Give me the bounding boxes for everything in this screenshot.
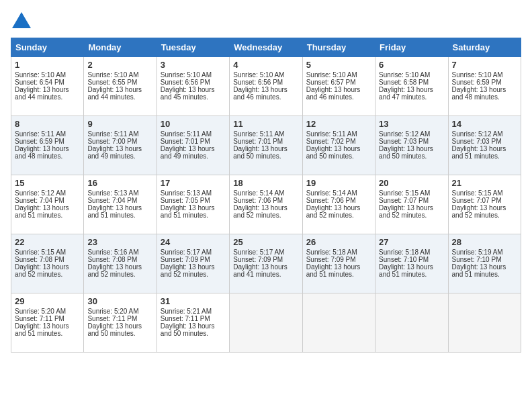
cell-line: Sunrise: 5:14 AM <box>306 189 371 197</box>
cell-line: Daylight: 13 hours <box>15 86 80 93</box>
calendar-cell: 11Sunrise: 5:11 AMSunset: 7:01 PMDayligh… <box>230 116 302 175</box>
cell-line: Sunset: 7:11 PM <box>161 315 226 322</box>
calendar-cell: 6Sunrise: 5:10 AMSunset: 6:58 PMDaylight… <box>375 57 448 116</box>
cell-line: Sunset: 7:06 PM <box>306 197 371 204</box>
cell-day-number: 24 <box>161 237 226 247</box>
calendar-cell: 1Sunrise: 5:10 AMSunset: 6:54 PMDaylight… <box>11 57 84 116</box>
cell-line: Daylight: 13 hours <box>379 86 444 93</box>
cell-line: Sunset: 7:09 PM <box>306 256 371 263</box>
cell-line: Sunrise: 5:10 AM <box>87 71 152 79</box>
cell-line: Daylight: 13 hours <box>87 322 152 330</box>
cell-line: Daylight: 13 hours <box>306 86 371 93</box>
cell-line: Sunrise: 5:13 AM <box>87 189 152 197</box>
cell-line: Sunrise: 5:15 AM <box>452 189 517 197</box>
cell-line: Sunset: 6:55 PM <box>87 79 152 86</box>
cell-line: Sunrise: 5:19 AM <box>452 248 517 256</box>
calendar-cell: 29Sunrise: 5:20 AMSunset: 7:11 PMDayligh… <box>11 293 84 353</box>
cell-line: Sunset: 7:10 PM <box>379 256 444 263</box>
cell-day-number: 26 <box>306 237 371 247</box>
cell-line: Sunset: 6:57 PM <box>306 79 371 86</box>
cell-line: and 52 minutes. <box>452 212 517 219</box>
calendar-week-row: 8Sunrise: 5:11 AMSunset: 6:59 PMDaylight… <box>11 116 521 175</box>
cell-line: Sunset: 7:02 PM <box>306 138 371 145</box>
cell-line: Sunset: 6:54 PM <box>15 79 80 86</box>
cell-line: and 51 minutes. <box>452 271 517 278</box>
cell-day-number: 14 <box>452 119 517 129</box>
cell-line: Sunset: 7:04 PM <box>15 197 80 204</box>
calendar-cell: 7Sunrise: 5:10 AMSunset: 6:59 PMDaylight… <box>448 57 521 116</box>
cell-line: and 44 minutes. <box>15 93 80 101</box>
cell-line: Sunrise: 5:21 AM <box>161 308 226 315</box>
calendar-cell <box>448 293 521 353</box>
calendar-day-header: Sunday <box>11 38 84 57</box>
calendar-cell: 24Sunrise: 5:17 AMSunset: 7:09 PMDayligh… <box>157 234 229 293</box>
calendar-day-header: Thursday <box>302 38 375 57</box>
cell-line: and 51 minutes. <box>15 330 80 337</box>
cell-line: Sunset: 7:01 PM <box>161 138 226 145</box>
cell-line: Sunset: 7:08 PM <box>15 256 80 263</box>
cell-day-number: 31 <box>161 296 226 306</box>
cell-day-number: 22 <box>15 237 80 247</box>
cell-line: Sunrise: 5:20 AM <box>87 308 152 315</box>
cell-line: Sunrise: 5:12 AM <box>379 130 444 138</box>
cell-line: Sunrise: 5:13 AM <box>161 189 226 197</box>
cell-day-number: 12 <box>306 119 371 129</box>
calendar-cell: 25Sunrise: 5:17 AMSunset: 7:09 PMDayligh… <box>230 234 302 293</box>
calendar-cell: 22Sunrise: 5:15 AMSunset: 7:08 PMDayligh… <box>11 234 84 293</box>
cell-line: Sunset: 7:06 PM <box>233 197 298 204</box>
cell-day-number: 4 <box>233 60 298 70</box>
cell-line: Daylight: 13 hours <box>161 204 226 212</box>
cell-day-number: 11 <box>233 119 298 129</box>
cell-line: Sunrise: 5:15 AM <box>379 189 444 197</box>
cell-line: Daylight: 13 hours <box>379 263 444 271</box>
cell-line: Sunrise: 5:10 AM <box>233 71 298 79</box>
cell-line: Sunrise: 5:10 AM <box>161 71 226 79</box>
cell-day-number: 29 <box>15 296 80 306</box>
cell-line: and 51 minutes. <box>452 152 517 160</box>
cell-day-number: 1 <box>15 60 80 70</box>
logo-icon <box>12 11 31 30</box>
calendar-cell: 28Sunrise: 5:19 AMSunset: 7:10 PMDayligh… <box>448 234 521 293</box>
logo <box>11 11 31 32</box>
calendar-cell: 23Sunrise: 5:16 AMSunset: 7:08 PMDayligh… <box>84 234 157 293</box>
cell-line: Sunset: 6:59 PM <box>452 79 517 86</box>
cell-line: and 51 minutes. <box>379 271 444 278</box>
cell-line: Sunset: 7:03 PM <box>452 138 517 145</box>
calendar-week-row: 1Sunrise: 5:10 AMSunset: 6:54 PMDaylight… <box>11 57 521 116</box>
calendar-cell: 27Sunrise: 5:18 AMSunset: 7:10 PMDayligh… <box>375 234 448 293</box>
calendar-week-row: 15Sunrise: 5:12 AMSunset: 7:04 PMDayligh… <box>11 175 521 234</box>
cell-line: Sunset: 7:07 PM <box>452 197 517 204</box>
cell-line: and 50 minutes. <box>87 330 152 337</box>
cell-line: Sunset: 7:00 PM <box>87 138 152 145</box>
cell-line: Sunrise: 5:17 AM <box>233 248 298 256</box>
calendar-cell: 4Sunrise: 5:10 AMSunset: 6:56 PMDaylight… <box>230 57 302 116</box>
cell-line: Sunrise: 5:12 AM <box>452 130 517 138</box>
cell-line: and 52 minutes. <box>306 212 371 219</box>
cell-line: Sunrise: 5:10 AM <box>306 71 371 79</box>
cell-line: Sunset: 7:01 PM <box>233 138 298 145</box>
cell-line: Daylight: 13 hours <box>306 263 371 271</box>
cell-day-number: 10 <box>161 119 226 129</box>
cell-line: Daylight: 13 hours <box>306 145 371 152</box>
cell-line: Daylight: 13 hours <box>233 86 298 93</box>
cell-line: and 51 minutes. <box>15 212 80 219</box>
calendar-cell: 21Sunrise: 5:15 AMSunset: 7:07 PMDayligh… <box>448 175 521 234</box>
cell-line: Daylight: 13 hours <box>379 204 444 212</box>
cell-line: Sunrise: 5:15 AM <box>15 248 80 256</box>
cell-line: Sunrise: 5:11 AM <box>15 130 80 138</box>
calendar-cell: 19Sunrise: 5:14 AMSunset: 7:06 PMDayligh… <box>302 175 375 234</box>
calendar-cell: 31Sunrise: 5:21 AMSunset: 7:11 PMDayligh… <box>157 293 229 353</box>
cell-day-number: 17 <box>161 178 226 188</box>
cell-line: and 52 minutes. <box>87 271 152 278</box>
cell-line: Daylight: 13 hours <box>233 145 298 152</box>
cell-day-number: 25 <box>233 237 298 247</box>
cell-line: Daylight: 13 hours <box>15 204 80 212</box>
cell-line: Sunset: 6:59 PM <box>15 138 80 145</box>
cell-day-number: 15 <box>15 178 80 188</box>
cell-line: Sunset: 6:58 PM <box>379 79 444 86</box>
cell-line: and 49 minutes. <box>161 152 226 160</box>
page-header <box>11 11 521 32</box>
calendar-cell: 8Sunrise: 5:11 AMSunset: 6:59 PMDaylight… <box>11 116 84 175</box>
calendar-cell: 16Sunrise: 5:13 AMSunset: 7:04 PMDayligh… <box>84 175 157 234</box>
cell-line: Sunrise: 5:18 AM <box>306 248 371 256</box>
